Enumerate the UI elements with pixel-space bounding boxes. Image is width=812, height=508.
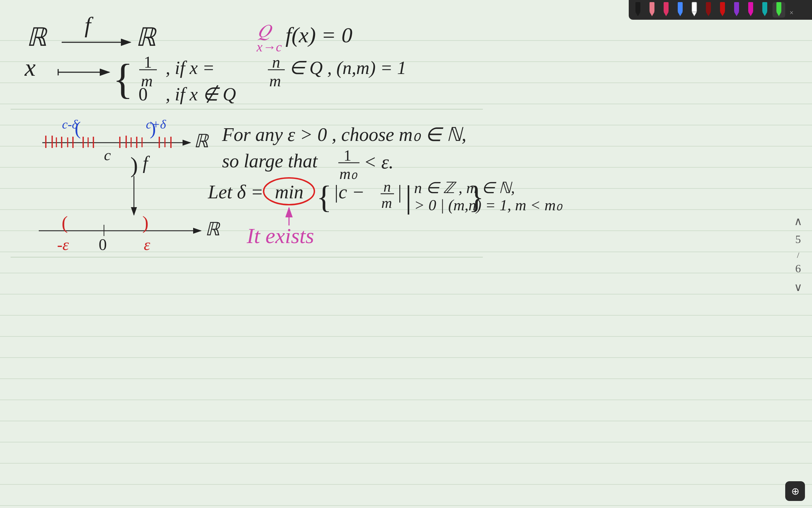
svg-marker-21 bbox=[776, 12, 781, 16]
svg-rect-18 bbox=[762, 2, 767, 12]
svg-rect-8 bbox=[692, 2, 697, 12]
purple-pen-tool[interactable] bbox=[730, 2, 743, 18]
white-pen-tool[interactable] bbox=[688, 2, 701, 18]
svg-marker-5 bbox=[664, 12, 669, 16]
svg-marker-9 bbox=[692, 12, 697, 16]
nav-up-arrow[interactable]: ∧ bbox=[794, 215, 802, 228]
green-pen-tool[interactable] bbox=[773, 2, 785, 18]
svg-marker-1 bbox=[635, 12, 640, 16]
dark-red-pen-tool[interactable] bbox=[702, 2, 715, 18]
svg-rect-14 bbox=[734, 2, 739, 12]
red-pen-tool[interactable] bbox=[716, 2, 729, 18]
black-pen-tool[interactable] bbox=[632, 2, 644, 18]
nav-down-arrow[interactable]: ∨ bbox=[794, 280, 802, 293]
teal-pen-tool[interactable] bbox=[758, 2, 771, 18]
svg-rect-2 bbox=[650, 2, 654, 12]
pen-toolbar: × bbox=[629, 0, 812, 20]
magenta-pen-tool[interactable] bbox=[660, 2, 672, 18]
svg-marker-15 bbox=[734, 12, 739, 16]
blue-pen-tool[interactable] bbox=[674, 2, 687, 18]
svg-rect-12 bbox=[720, 2, 725, 12]
paper-background bbox=[0, 0, 812, 508]
hotpink-pen-tool[interactable] bbox=[744, 2, 757, 18]
svg-rect-16 bbox=[748, 2, 753, 12]
toolbar-close-button[interactable]: × bbox=[787, 8, 796, 18]
svg-rect-4 bbox=[664, 2, 669, 12]
svg-rect-6 bbox=[678, 2, 683, 12]
svg-rect-10 bbox=[706, 2, 711, 12]
svg-marker-13 bbox=[720, 12, 725, 16]
pink-pen-tool[interactable] bbox=[646, 2, 658, 18]
svg-marker-7 bbox=[678, 12, 683, 16]
svg-marker-19 bbox=[762, 12, 767, 16]
svg-rect-0 bbox=[635, 2, 640, 12]
svg-marker-3 bbox=[650, 12, 654, 16]
page-navigation: ∧ 5 / 6 ∨ bbox=[794, 215, 802, 294]
zoom-button[interactable]: ⊕ bbox=[785, 481, 805, 501]
svg-rect-20 bbox=[776, 2, 781, 12]
svg-marker-17 bbox=[748, 12, 753, 16]
svg-marker-11 bbox=[706, 12, 711, 16]
page-indicator: 5 / 6 bbox=[795, 232, 801, 276]
